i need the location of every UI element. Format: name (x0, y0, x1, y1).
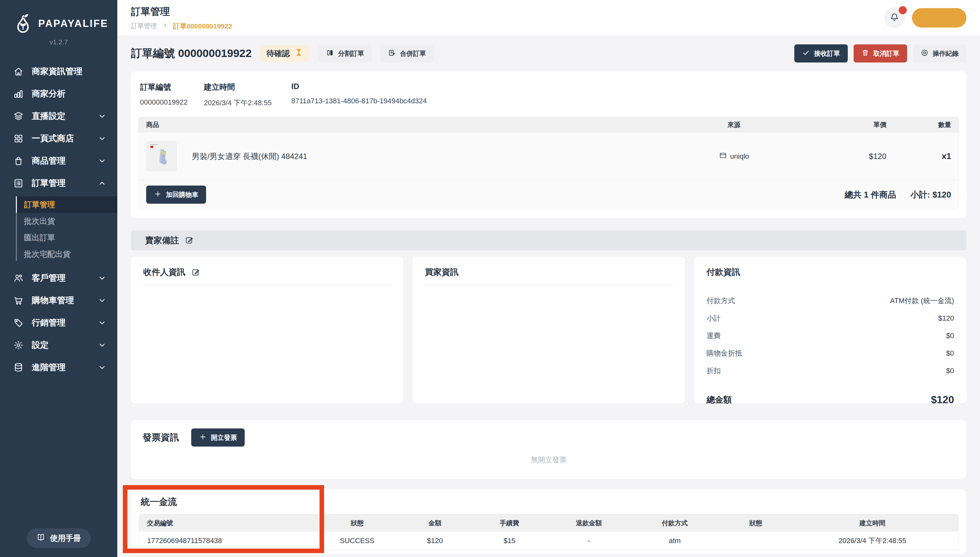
split-order-button[interactable]: 分割訂單 (318, 44, 372, 62)
bell-icon (890, 12, 899, 23)
gear-icon (13, 340, 24, 351)
tag-icon (13, 318, 24, 328)
subtotal: 小計: $120 (910, 189, 951, 200)
sidebar-item-customer-management[interactable]: 客戶管理 (0, 267, 117, 289)
product-table-footer: 加回購物車 總共 1 件商品 小計: $120 (138, 181, 959, 210)
payment-info-title: 付款資訊 (707, 267, 740, 278)
sidebar: PAPAYALIFE v1.2.7 商家資訊管理 商家分析 直播設定 (0, 0, 117, 557)
topbar-right (884, 7, 966, 28)
sidebar-item-settings[interactable]: 設定 (0, 334, 117, 356)
breadcrumb-root[interactable]: 訂單管理 (131, 22, 157, 31)
product-thumbnail (146, 141, 177, 172)
papaya-logo-icon (13, 13, 33, 34)
sidebar-subitem-batch-home-delivery[interactable]: 批次宅配出貨 (16, 246, 117, 262)
app-version: v1.2.7 (0, 38, 117, 46)
topbar: 訂單管理 訂單管理 訂單000000019922 (117, 0, 980, 36)
gateway-method: atm (632, 537, 717, 545)
merge-order-button[interactable]: 合併訂單 (380, 44, 434, 62)
breadcrumb-current: 訂單000000019922 (173, 22, 232, 31)
invoice-title: 發票資訊 (142, 432, 179, 444)
chevron-right-icon (162, 22, 168, 30)
sidebar-subitem-batch-shipping[interactable]: 批次出貨 (16, 213, 117, 229)
sidebar-subitem-order-management[interactable]: 訂單管理 (16, 196, 117, 213)
sidebar-subitem-export-orders[interactable]: 匯出訂單 (16, 229, 117, 246)
product-name: 男裝/男女適穿 長襪(休閒) 484241 (192, 151, 307, 161)
product-table-row: 男裝/男女適穿 長襪(休閒) 484241 uniqlo $120 x1 (138, 132, 959, 180)
sidebar-nav: 商家資訊管理 商家分析 直播設定 一頁式商店 (0, 60, 117, 557)
order-detail-card: 訂單編號 000000019922 建立時間 2026/3/4 下午2:48:5… (131, 72, 966, 218)
payment-row: 小計$120 (706, 309, 955, 327)
account-button[interactable] (912, 8, 966, 28)
cancel-order-button[interactable]: 取消訂單 (854, 44, 907, 62)
unit-price-cell: $120 (776, 152, 886, 161)
sidebar-item-merchant-info[interactable]: 商家資訊管理 (0, 60, 117, 83)
edit-seller-note-icon[interactable] (185, 236, 194, 245)
layers-icon (13, 111, 24, 122)
gateway-table: 交易編號 狀態 金額 手續費 退款金額 付款方式 狀態 建立時間 1772606… (139, 514, 959, 550)
split-icon (326, 49, 334, 58)
notification-dot (899, 6, 907, 14)
brand-name: PAPAYALIFE (38, 18, 108, 29)
gateway-table-header: 交易編號 狀態 金額 手續費 退款金額 付款方式 狀態 建立時間 (139, 514, 958, 532)
content: 訂單編號 000000019922 待確認 分割訂單 (117, 36, 980, 557)
sidebar-item-label: 設定 (32, 339, 49, 351)
payment-row: 運費$0 (706, 327, 955, 345)
recipient-info-title: 收件人資訊 (143, 267, 185, 278)
status-badge: 待確認 (260, 45, 310, 62)
order-head-row: 訂單編號 000000019922 待確認 分割訂單 (131, 44, 966, 62)
created-time-value: 2026/3/4 下午2:48:55 (204, 98, 291, 108)
status-badge-label: 待確認 (266, 48, 290, 59)
sidebar-item-product-management[interactable]: 商品管理 (0, 150, 117, 172)
manual-label: 使用手冊 (50, 533, 81, 543)
storefront-window-icon (719, 151, 727, 161)
gateway-status: SUCCESS (318, 537, 396, 545)
sidebar-item-order-management[interactable]: 訂單管理 (0, 172, 117, 194)
accept-order-button[interactable]: 接收訂單 (794, 44, 848, 62)
sidebar-item-merchant-analytics[interactable]: 商家分析 (0, 83, 117, 105)
operation-log-button[interactable]: 操作紀錄 (913, 44, 966, 62)
chevron-down-icon (98, 296, 106, 305)
plus-icon (154, 190, 162, 199)
product-table-header: 商品 來源 單價 數量 (138, 117, 959, 132)
buyer-info-card: 買家資訊 (413, 257, 685, 403)
home-icon (13, 66, 24, 77)
notifications-button[interactable] (884, 7, 905, 28)
order-list-icon (13, 178, 24, 189)
chevron-down-icon (98, 157, 106, 165)
order-no-column: 訂單編號 000000019922 (140, 82, 204, 108)
sidebar-item-label: 客戶管理 (32, 272, 65, 284)
book-icon (36, 533, 46, 544)
edit-recipient-icon[interactable] (191, 268, 200, 277)
merge-icon (388, 49, 396, 58)
seller-note-title: 賣家備註 (145, 235, 179, 246)
grid-icon (13, 133, 24, 144)
sidebar-item-advanced-management[interactable]: 進階管理 (0, 356, 117, 379)
product-cell: 男裝/男女適穿 長襪(休閒) 484241 (146, 141, 692, 172)
total-count: 總共 1 件商品 (844, 189, 896, 200)
sidebar-item-label: 商品管理 (32, 155, 65, 166)
sidebar-item-label: 購物車管理 (32, 295, 74, 306)
add-back-to-cart-button[interactable]: 加回購物車 (146, 186, 206, 204)
gateway-table-row: 1772606948711578438 SUCCESS $120 $15 - a… (139, 532, 958, 550)
manual-button[interactable]: 使用手冊 (26, 529, 91, 548)
sidebar-item-cart-management[interactable]: 購物車管理 (0, 289, 117, 311)
sidebar-item-one-page-store[interactable]: 一頁式商店 (0, 127, 117, 150)
sidebar-item-live-settings[interactable]: 直播設定 (0, 105, 117, 127)
hourglass-icon (294, 48, 303, 59)
sidebar-item-marketing-management[interactable]: 行銷管理 (0, 311, 117, 334)
source-cell: uniqlo (692, 151, 776, 161)
chevron-down-icon (98, 319, 106, 327)
buyer-info-title: 買家資訊 (425, 267, 459, 278)
invoice-card: 發票資訊 開立發票 無開立發票 (131, 420, 966, 479)
gateway-title: 統一金流 (139, 496, 959, 508)
users-icon (13, 273, 24, 284)
transaction-id: 1772606948711578438 (147, 537, 318, 545)
page-title: 訂單管理 (131, 5, 232, 18)
cart-icon (13, 295, 24, 306)
topbar-left: 訂單管理 訂單管理 訂單000000019922 (131, 5, 232, 31)
app-root: PAPAYALIFE v1.2.7 商家資訊管理 商家分析 直播設定 (0, 0, 980, 557)
create-invoice-button[interactable]: 開立發票 (191, 428, 245, 446)
database-icon (13, 362, 24, 373)
gateway-amount: $120 (396, 537, 474, 545)
bar-chart-icon (13, 88, 24, 99)
